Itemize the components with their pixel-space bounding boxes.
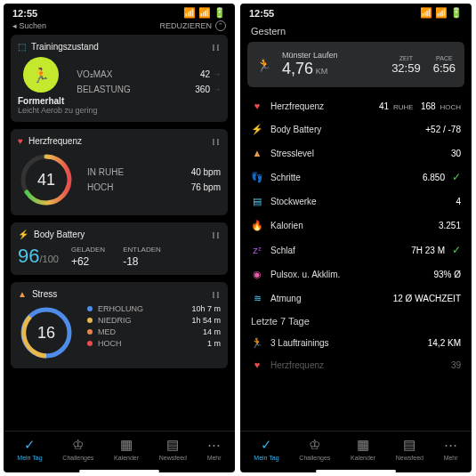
week-cut-row: ♥ Herzfrequenz 39: [247, 354, 464, 375]
metric-row[interactable]: ◉Pulsox. u. Akklim.93% Ø: [247, 262, 464, 286]
metric-row[interactable]: ▲Stresslevel30: [247, 141, 464, 165]
time: 12:55: [12, 8, 37, 19]
training-icon: ⬚: [18, 42, 26, 52]
metric-icon: ▤: [251, 196, 263, 207]
tab-icon: ♔: [72, 437, 84, 453]
metric-row[interactable]: 🔥Kalorien3.251: [247, 214, 464, 238]
hr-gauge: 41: [18, 151, 75, 208]
back-link[interactable]: ◂ Suchen: [12, 21, 46, 30]
metric-row[interactable]: ≋Atmung12 Ø WACHZEIT: [247, 286, 464, 311]
metric-icon: zᶻ: [251, 245, 263, 256]
home-handle[interactable]: [316, 470, 396, 472]
metric-icon: ◉: [251, 269, 263, 280]
status-bar: 12:55 📶 📶 🔋: [4, 4, 235, 20]
tab-mehr[interactable]: ⋯Mehr: [207, 437, 222, 461]
battery-icon: ⚡: [18, 230, 28, 239]
stress-gauge: 16: [18, 304, 75, 361]
content-scroll[interactable]: ⬚Trainingszustand ⫿⫿ 🏃 Formerhalt VO₂MAX…: [4, 35, 235, 431]
stress-icon: ▲: [18, 289, 27, 299]
content-scroll[interactable]: 🏃 Münster Laufen 4,76 KM ZEIT32:59 PACE6…: [240, 42, 472, 431]
heart-icon: ♥: [18, 136, 23, 146]
tab-kalender[interactable]: ▦Kalender: [114, 437, 139, 461]
tab-icon: ♔: [309, 437, 320, 453]
bb-card[interactable]: ⚡Body Battery ⫿⫿ 96/100 GELADEN+62 ENTLA…: [11, 222, 228, 275]
tab-bar: ✓Mein Tag♔Challenges▦Kalender▤Newsfeed⋯M…: [240, 431, 472, 470]
week-runs-row[interactable]: 🏃 3 Lauftrainings 14,2 KM: [247, 332, 464, 354]
metric-icon: ♥: [251, 101, 263, 111]
phone-left: 12:55 📶 📶 🔋 ◂ Suchen REDUZIEREN ⌃ ⬚Train…: [4, 4, 235, 472]
training-sub: Leicht Aerob zu gering: [18, 106, 221, 115]
metric-icon: 🔥: [251, 220, 263, 231]
dot-icon: [87, 306, 93, 311]
tab-mein-tag[interactable]: ✓Mein Tag: [17, 437, 42, 461]
tab-icon: ▤: [403, 437, 415, 453]
check-icon: ✓: [452, 171, 461, 183]
week-header: Letzte 7 Tage: [247, 311, 464, 332]
stress-row: MED14 m: [87, 327, 221, 336]
time: 12:55: [249, 8, 274, 19]
heart-icon: ♥: [251, 359, 263, 370]
stress-row: NIEDRIG1h 54 m: [87, 316, 221, 325]
home-handle[interactable]: [79, 470, 159, 472]
dot-icon: [87, 329, 93, 335]
training-status-icon: 🏃: [23, 57, 59, 93]
tab-kalender[interactable]: ▦Kalender: [351, 437, 375, 461]
stress-row: HOCH1 m: [87, 339, 221, 348]
metric-row[interactable]: ♥Herzfrequenz41 RUHE 168 HOCH: [247, 94, 464, 117]
stress-card[interactable]: ▲Stress ⫿⫿ 16 ERHOLUNG10h 7 mNIEDRIG1h 5…: [11, 282, 228, 368]
tab-newsfeed[interactable]: ▤Newsfeed: [159, 437, 187, 461]
tab-icon: ⋯: [207, 437, 221, 453]
tab-icon: ✓: [24, 437, 36, 453]
training-card[interactable]: ⬚Trainingszustand ⫿⫿ 🏃 Formerhalt VO₂MAX…: [11, 35, 228, 122]
tab-mein-tag[interactable]: ✓Mein Tag: [254, 437, 278, 461]
tab-challenges[interactable]: ♔Challenges: [299, 437, 330, 461]
yesterday-header: Gestern: [240, 20, 472, 42]
status-bar: 12:55 📶 📶 🔋: [240, 4, 472, 20]
metric-icon: ⚡: [251, 124, 263, 135]
dot-icon: [87, 341, 93, 346]
hr-card[interactable]: ♥Herzfrequenz ⫿⫿ 41 IN RUHE40 bpm HOCH76…: [11, 129, 228, 215]
reduce-button[interactable]: REDUZIEREN ⌃: [159, 20, 226, 31]
check-icon: ✓: [452, 244, 461, 256]
run-icon: 🏃: [256, 58, 271, 72]
run-icon: 🏃: [251, 337, 263, 349]
arrow-icon: →: [214, 70, 221, 78]
chevron-up-icon: ⌃: [215, 20, 226, 31]
status-icons: 📶 📶 🔋: [420, 7, 463, 19]
metric-icon: ▲: [251, 148, 263, 158]
chart-icon: ⫿⫿: [212, 43, 221, 52]
metric-row[interactable]: zᶻSchlaf7H 23 M✓: [247, 238, 464, 262]
activity-card[interactable]: 🏃 Münster Laufen 4,76 KM ZEIT32:59 PACE6…: [247, 42, 464, 87]
chart-icon: ⫿⫿: [212, 137, 221, 146]
tab-newsfeed[interactable]: ▤Newsfeed: [396, 437, 424, 461]
training-status: Formerhalt: [18, 96, 64, 106]
metric-row[interactable]: 👣Schritte6.850✓: [247, 165, 464, 190]
arrow-icon: →: [214, 85, 221, 93]
tab-bar: ✓Mein Tag♔Challenges▦Kalender▤Newsfeed⋯M…: [4, 431, 235, 470]
stress-row: ERHOLUNG10h 7 m: [87, 304, 221, 313]
metric-icon: 👣: [251, 172, 263, 183]
tab-challenges[interactable]: ♔Challenges: [62, 437, 93, 461]
tab-icon: ⋯: [444, 437, 457, 453]
chart-icon: ⫿⫿: [212, 230, 221, 239]
metric-row[interactable]: ▤Stockwerke4: [247, 190, 464, 214]
tab-mehr[interactable]: ⋯Mehr: [444, 437, 458, 461]
tab-icon: ▦: [357, 437, 369, 453]
metric-row[interactable]: ⚡Body Battery+52 / -78: [247, 117, 464, 141]
tab-icon: ▦: [120, 437, 133, 453]
dot-icon: [87, 318, 93, 323]
status-icons: 📶 📶 🔋: [183, 7, 226, 19]
phone-right: 12:55 📶 📶 🔋 Gestern 🏃 Münster Laufen 4,7…: [240, 4, 472, 472]
chart-icon: ⫿⫿: [212, 290, 221, 299]
tab-icon: ✓: [261, 437, 272, 453]
tab-icon: ▤: [166, 437, 179, 453]
sub-status: ◂ Suchen REDUZIEREN ⌃: [4, 20, 235, 35]
metric-icon: ≋: [251, 293, 263, 304]
